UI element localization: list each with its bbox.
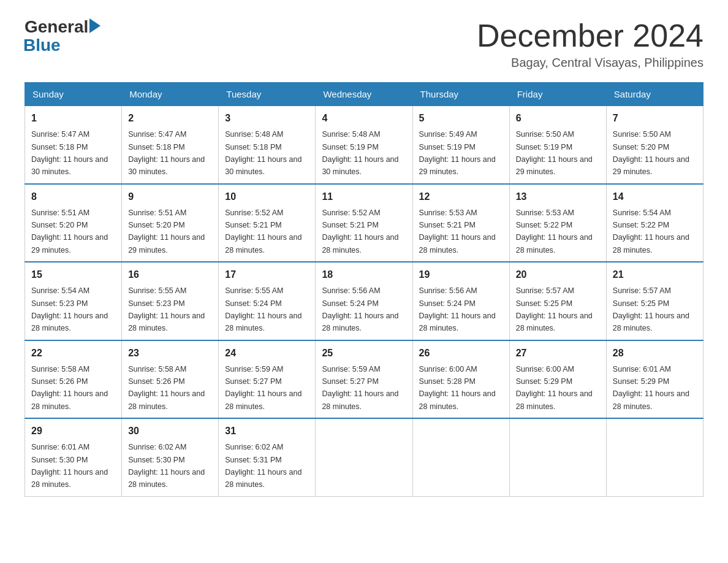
- day-info: Sunrise: 6:01 AMSunset: 5:29 PMDaylight:…: [613, 365, 689, 411]
- table-row: [606, 418, 703, 496]
- day-info: Sunrise: 5:51 AMSunset: 5:20 PMDaylight:…: [31, 209, 108, 255]
- day-info: Sunrise: 5:47 AMSunset: 5:18 PMDaylight:…: [31, 130, 108, 176]
- day-number: 16: [128, 267, 212, 282]
- logo: General Blue: [25, 18, 100, 55]
- table-row: 25 Sunrise: 5:59 AMSunset: 5:27 PMDaylig…: [316, 340, 412, 419]
- table-row: 20 Sunrise: 5:57 AMSunset: 5:25 PMDaylig…: [509, 262, 606, 340]
- day-number: 6: [516, 111, 600, 126]
- day-info: Sunrise: 5:57 AMSunset: 5:25 PMDaylight:…: [516, 286, 593, 332]
- calendar-week-row: 22 Sunrise: 5:58 AMSunset: 5:26 PMDaylig…: [25, 340, 703, 419]
- day-number: 5: [419, 111, 503, 126]
- table-row: 26 Sunrise: 6:00 AMSunset: 5:28 PMDaylig…: [412, 340, 509, 419]
- table-row: 23 Sunrise: 5:58 AMSunset: 5:26 PMDaylig…: [122, 340, 219, 419]
- calendar-table: Sunday Monday Tuesday Wednesday Thursday…: [25, 82, 703, 497]
- day-info: Sunrise: 5:55 AMSunset: 5:23 PMDaylight:…: [128, 286, 205, 332]
- day-info: Sunrise: 5:56 AMSunset: 5:24 PMDaylight:…: [322, 286, 398, 332]
- day-number: 19: [419, 267, 503, 282]
- day-number: 25: [322, 346, 406, 361]
- day-info: Sunrise: 5:51 AMSunset: 5:20 PMDaylight:…: [128, 209, 205, 255]
- day-info: Sunrise: 5:47 AMSunset: 5:18 PMDaylight:…: [128, 130, 205, 176]
- day-number: 12: [419, 190, 503, 204]
- table-row: 13 Sunrise: 5:53 AMSunset: 5:22 PMDaylig…: [509, 184, 606, 262]
- table-row: 22 Sunrise: 5:58 AMSunset: 5:26 PMDaylig…: [25, 340, 122, 419]
- col-header-thursday: Thursday: [412, 83, 509, 106]
- table-row: 2 Sunrise: 5:47 AMSunset: 5:18 PMDayligh…: [122, 106, 219, 184]
- table-row: [412, 418, 509, 496]
- col-header-saturday: Saturday: [606, 83, 703, 106]
- table-row: 24 Sunrise: 5:59 AMSunset: 5:27 PMDaylig…: [219, 340, 316, 419]
- col-header-wednesday: Wednesday: [316, 83, 412, 106]
- table-row: 16 Sunrise: 5:55 AMSunset: 5:23 PMDaylig…: [122, 262, 219, 340]
- table-row: 30 Sunrise: 6:02 AMSunset: 5:30 PMDaylig…: [122, 418, 219, 496]
- day-number: 11: [322, 190, 406, 204]
- day-info: Sunrise: 5:57 AMSunset: 5:25 PMDaylight:…: [613, 286, 689, 332]
- day-number: 8: [31, 190, 115, 204]
- day-info: Sunrise: 6:00 AMSunset: 5:28 PMDaylight:…: [419, 365, 496, 411]
- day-number: 3: [225, 111, 309, 126]
- day-info: Sunrise: 6:02 AMSunset: 5:30 PMDaylight:…: [128, 443, 205, 489]
- day-info: Sunrise: 5:58 AMSunset: 5:26 PMDaylight:…: [128, 365, 205, 411]
- logo-arrow-icon: [89, 18, 100, 33]
- day-number: 15: [31, 267, 115, 282]
- calendar-week-row: 8 Sunrise: 5:51 AMSunset: 5:20 PMDayligh…: [25, 184, 703, 262]
- logo-blue-text: Blue: [23, 36, 61, 55]
- col-header-sunday: Sunday: [25, 83, 122, 106]
- day-info: Sunrise: 5:53 AMSunset: 5:21 PMDaylight:…: [419, 209, 496, 255]
- logo-general-text: General: [25, 18, 88, 36]
- col-header-monday: Monday: [122, 83, 219, 106]
- calendar-title: December 2024: [477, 18, 703, 53]
- table-row: 14 Sunrise: 5:54 AMSunset: 5:22 PMDaylig…: [606, 184, 703, 262]
- day-number: 17: [225, 267, 309, 282]
- table-row: 31 Sunrise: 6:02 AMSunset: 5:31 PMDaylig…: [219, 418, 316, 496]
- calendar-header-row: Sunday Monday Tuesday Wednesday Thursday…: [25, 83, 703, 106]
- calendar-subtitle: Bagay, Central Visayas, Philippines: [477, 56, 703, 70]
- day-number: 18: [322, 267, 406, 282]
- day-number: 29: [31, 424, 115, 439]
- table-row: 9 Sunrise: 5:51 AMSunset: 5:20 PMDayligh…: [122, 184, 219, 262]
- day-info: Sunrise: 5:59 AMSunset: 5:27 PMDaylight:…: [225, 365, 301, 411]
- day-info: Sunrise: 5:52 AMSunset: 5:21 PMDaylight:…: [322, 209, 398, 255]
- day-info: Sunrise: 5:48 AMSunset: 5:19 PMDaylight:…: [322, 130, 398, 176]
- calendar-week-row: 1 Sunrise: 5:47 AMSunset: 5:18 PMDayligh…: [25, 106, 703, 184]
- table-row: 21 Sunrise: 5:57 AMSunset: 5:25 PMDaylig…: [606, 262, 703, 340]
- table-row: 17 Sunrise: 5:55 AMSunset: 5:24 PMDaylig…: [219, 262, 316, 340]
- day-info: Sunrise: 5:48 AMSunset: 5:18 PMDaylight:…: [225, 130, 301, 176]
- day-info: Sunrise: 5:50 AMSunset: 5:19 PMDaylight:…: [516, 130, 593, 176]
- day-info: Sunrise: 5:55 AMSunset: 5:24 PMDaylight:…: [225, 286, 301, 332]
- day-number: 4: [322, 111, 406, 126]
- table-row: 18 Sunrise: 5:56 AMSunset: 5:24 PMDaylig…: [316, 262, 412, 340]
- day-number: 30: [128, 424, 212, 439]
- table-row: 5 Sunrise: 5:49 AMSunset: 5:19 PMDayligh…: [412, 106, 509, 184]
- day-info: Sunrise: 5:59 AMSunset: 5:27 PMDaylight:…: [322, 365, 398, 411]
- page-header: General Blue December 2024 Bagay, Centra…: [25, 18, 703, 70]
- day-info: Sunrise: 5:50 AMSunset: 5:20 PMDaylight:…: [613, 130, 689, 176]
- day-number: 24: [225, 346, 309, 361]
- day-number: 2: [128, 111, 212, 126]
- day-number: 20: [516, 267, 600, 282]
- day-number: 10: [225, 190, 309, 204]
- table-row: [509, 418, 606, 496]
- table-row: 15 Sunrise: 5:54 AMSunset: 5:23 PMDaylig…: [25, 262, 122, 340]
- day-info: Sunrise: 5:49 AMSunset: 5:19 PMDaylight:…: [419, 130, 496, 176]
- day-number: 28: [613, 346, 697, 361]
- table-row: 12 Sunrise: 5:53 AMSunset: 5:21 PMDaylig…: [412, 184, 509, 262]
- day-number: 23: [128, 346, 212, 361]
- day-info: Sunrise: 6:01 AMSunset: 5:30 PMDaylight:…: [31, 443, 108, 489]
- day-number: 26: [419, 346, 503, 361]
- table-row: 11 Sunrise: 5:52 AMSunset: 5:21 PMDaylig…: [316, 184, 412, 262]
- table-row: 8 Sunrise: 5:51 AMSunset: 5:20 PMDayligh…: [25, 184, 122, 262]
- table-row: 10 Sunrise: 5:52 AMSunset: 5:21 PMDaylig…: [219, 184, 316, 262]
- day-number: 7: [613, 111, 697, 126]
- day-number: 21: [613, 267, 697, 282]
- table-row: 6 Sunrise: 5:50 AMSunset: 5:19 PMDayligh…: [509, 106, 606, 184]
- day-info: Sunrise: 5:52 AMSunset: 5:21 PMDaylight:…: [225, 209, 301, 255]
- table-row: 29 Sunrise: 6:01 AMSunset: 5:30 PMDaylig…: [25, 418, 122, 496]
- table-row: [316, 418, 412, 496]
- table-row: 27 Sunrise: 6:00 AMSunset: 5:29 PMDaylig…: [509, 340, 606, 419]
- title-block: December 2024 Bagay, Central Visayas, Ph…: [477, 18, 703, 70]
- day-info: Sunrise: 5:58 AMSunset: 5:26 PMDaylight:…: [31, 365, 108, 411]
- col-header-friday: Friday: [509, 83, 606, 106]
- table-row: 7 Sunrise: 5:50 AMSunset: 5:20 PMDayligh…: [606, 106, 703, 184]
- day-info: Sunrise: 5:54 AMSunset: 5:22 PMDaylight:…: [613, 209, 689, 255]
- day-number: 1: [31, 111, 115, 126]
